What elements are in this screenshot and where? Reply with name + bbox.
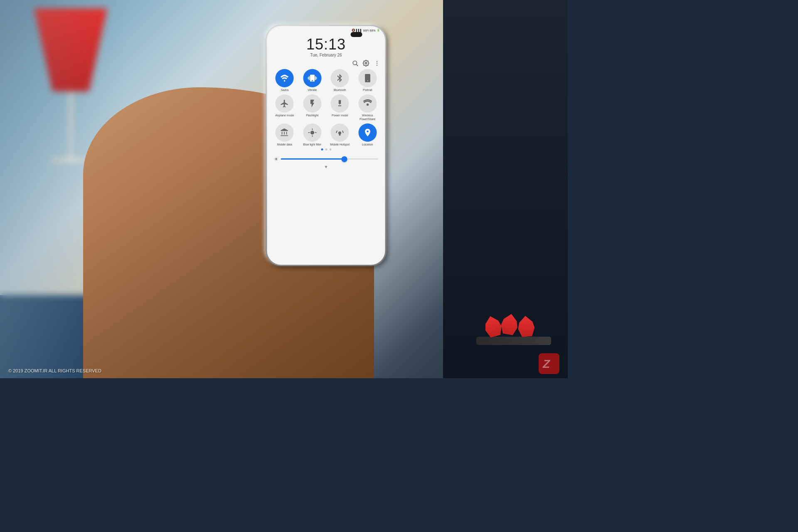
power-mode-tile-icon (331, 94, 349, 113)
settings-icon[interactable] (363, 60, 369, 66)
qs-grid-row1: Sadra Vibrate (271, 69, 382, 147)
location-tile-label: Location (362, 143, 373, 146)
copyright-text: © 2019 ZOOMIT.IR ALL RIGHTS RESERVED (8, 368, 101, 373)
clock-date: Tue, February 26 (267, 53, 385, 57)
tile-wifi[interactable]: Sadra (272, 69, 298, 92)
tile-mobile-data[interactable]: Mobile data (272, 123, 298, 146)
tile-wireless-share[interactable]: Wireless PowerShare (355, 94, 380, 121)
page-dot-2 (325, 148, 327, 150)
strawberry-3 (517, 315, 535, 337)
svg-point-4 (367, 103, 369, 106)
blue-light-tile-icon (303, 123, 321, 142)
vibrate-tile-label: Vibrate (308, 89, 317, 92)
qs-actions-bar: ⋮ (271, 60, 382, 69)
page-indicator (271, 147, 382, 152)
wireless-share-tile-label: Wireless PowerShare (355, 114, 380, 121)
portrait-tile-icon (358, 69, 377, 87)
svg-point-2 (365, 62, 367, 64)
tile-power-mode[interactable]: Power mode (328, 94, 353, 121)
mobile-data-tile-label: Mobile data (277, 143, 292, 146)
tile-blue-light[interactable]: Blue light filter (300, 123, 325, 146)
bluetooth-tile-label: Bluetooth (334, 89, 346, 92)
vibrate-tile-icon (303, 69, 321, 87)
clock-time: 15:13 (267, 37, 385, 52)
tile-flashlight[interactable]: Flashlight (300, 94, 325, 121)
tile-hotspot[interactable]: Mobile Hotspot (328, 123, 353, 146)
brightness-slider-fill (281, 158, 345, 160)
signal-icon: ▌▌▌ (356, 29, 362, 32)
wifi-tile-icon (276, 69, 294, 87)
brightness-control[interactable]: ☀ (271, 152, 382, 164)
tile-vibrate[interactable]: Vibrate (300, 69, 325, 92)
expand-handle[interactable]: ▼ (271, 164, 382, 170)
page-dot-1 (321, 148, 323, 150)
battery-icon: 🔋 (377, 29, 380, 32)
strawberry-2 (500, 313, 520, 336)
strawberry-plate (476, 337, 551, 345)
strawberry-area (476, 283, 559, 345)
phone-outer: 🔇 ▌▌▌ WiFi 68% 🔋 15:13 Tue, February 26 (266, 25, 387, 266)
svg-point-0 (353, 61, 357, 65)
phone: 🔇 ▌▌▌ WiFi 68% 🔋 15:13 Tue, February 26 (266, 25, 387, 266)
svg-line-1 (357, 64, 358, 66)
phone-screen: 🔇 ▌▌▌ WiFi 68% 🔋 15:13 Tue, February 26 (267, 26, 385, 265)
more-options-icon[interactable]: ⋮ (374, 60, 380, 66)
flashlight-tile-icon (303, 94, 321, 113)
brightness-slider-track[interactable] (281, 158, 379, 160)
copyright-bar: © 2019 ZOOMIT.IR ALL RIGHTS RESERVED (8, 368, 101, 373)
tile-bluetooth[interactable]: Bluetooth (328, 69, 353, 92)
location-tile-icon (358, 123, 377, 142)
hotspot-tile-label: Mobile Hotspot (330, 143, 350, 146)
brightness-icon: ☀ (274, 156, 278, 162)
status-bar: 🔇 ▌▌▌ WiFi 68% 🔋 (267, 26, 385, 33)
clock-area: 15:13 Tue, February 26 (267, 33, 385, 60)
tile-location[interactable]: Location (355, 123, 380, 146)
blue-light-tile-label: Blue light filter (303, 143, 321, 146)
mute-icon: 🔇 (352, 29, 355, 32)
brightness-slider-thumb[interactable] (341, 156, 347, 162)
portrait-tile-label: Portrait (363, 89, 372, 92)
airplane-tile-icon (276, 94, 294, 113)
tile-portrait[interactable]: Portrait (355, 69, 380, 92)
expand-chevron-icon: ▼ (324, 165, 328, 169)
battery-text: 68% (369, 29, 375, 32)
front-camera (351, 32, 362, 37)
hotspot-tile-icon (331, 123, 349, 142)
wifi-tile-label: Sadra (281, 89, 288, 92)
search-icon[interactable] (352, 60, 359, 66)
power-mode-tile-label: Power mode (332, 114, 348, 117)
wifi-icon: WiFi (363, 29, 369, 32)
svg-point-3 (284, 80, 286, 82)
zoomit-logo: Z (539, 353, 559, 374)
quick-settings-panel: ⋮ Sadra (267, 60, 385, 170)
wireless-share-tile-icon (358, 94, 377, 113)
svg-text:Z: Z (542, 357, 550, 370)
status-icons: 🔇 ▌▌▌ WiFi 68% 🔋 (352, 29, 380, 32)
airplane-tile-label: Airplane mode (275, 114, 294, 117)
page-dot-3 (329, 148, 331, 150)
strawberry-1 (482, 314, 504, 339)
flashlight-tile-label: Flashlight (306, 114, 318, 117)
tile-airplane[interactable]: Airplane mode (272, 94, 298, 121)
bluetooth-tile-icon (331, 69, 349, 87)
mobile-data-tile-icon (276, 123, 294, 142)
